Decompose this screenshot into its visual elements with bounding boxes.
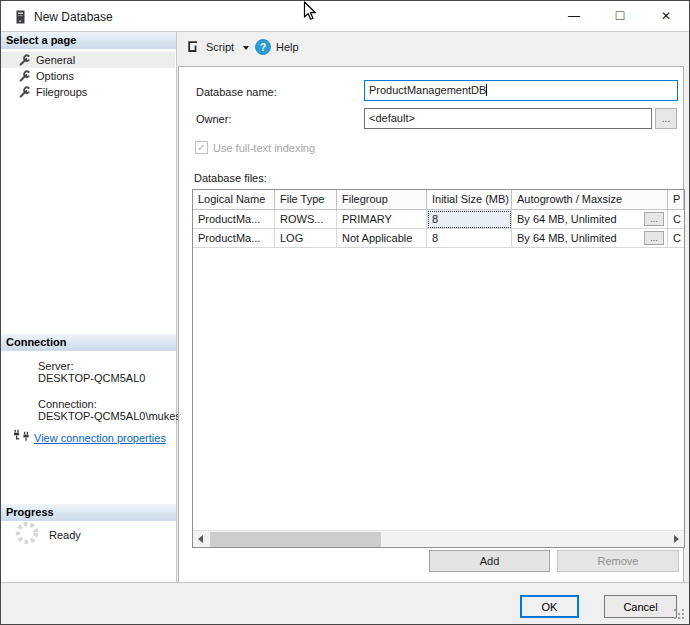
database-name-input[interactable]: ProductManagementDB xyxy=(364,80,678,101)
owner-browse-button[interactable]: ... xyxy=(655,108,677,129)
connection-plug-icon xyxy=(12,429,32,445)
owner-input[interactable]: <default> xyxy=(364,108,652,129)
wrench-icon xyxy=(18,54,30,66)
cell-initial-size-selected[interactable]: 8 xyxy=(427,210,512,229)
dialog-icon xyxy=(12,9,28,25)
scroll-left-icon[interactable] xyxy=(198,535,203,543)
window-title: New Database xyxy=(34,10,113,24)
owner-label: Owner: xyxy=(196,113,231,125)
database-name-label: Database name: xyxy=(196,86,277,98)
cell-path[interactable]: C xyxy=(668,210,684,229)
scrollbar-thumb[interactable] xyxy=(210,532,381,547)
column-header-logical-name: Logical Name xyxy=(193,190,275,210)
wrench-icon xyxy=(18,70,30,82)
database-files-label: Database files: xyxy=(194,172,267,184)
cell-file-type[interactable]: LOG xyxy=(275,229,337,248)
help-label: Help xyxy=(276,41,299,53)
close-button[interactable]: ✕ xyxy=(643,1,689,31)
general-page-panel: Database name: ProductManagementDB Owner… xyxy=(178,66,684,583)
column-header-filegroup: Filegroup xyxy=(337,190,427,210)
autogrowth-browse-button[interactable]: ... xyxy=(644,212,664,226)
ok-button[interactable]: OK xyxy=(520,595,579,618)
cell-filegroup[interactable]: PRIMARY xyxy=(337,210,427,229)
column-header-path: P xyxy=(668,190,684,210)
sidebar-item-label: General xyxy=(36,54,75,66)
cell-logical-name[interactable]: ProductMa... xyxy=(193,210,275,229)
minimize-button[interactable]: — xyxy=(551,1,597,31)
resize-grip[interactable] xyxy=(674,609,676,611)
progress-spinner-icon xyxy=(14,520,40,548)
server-value: DESKTOP-QCM5AL0 xyxy=(38,372,145,384)
footer-bar: OK Cancel xyxy=(1,582,689,624)
maximize-button[interactable]: □ xyxy=(597,1,643,31)
view-connection-properties-link[interactable]: View connection properties xyxy=(34,432,166,444)
help-icon: ? xyxy=(255,39,271,55)
progress-header: Progress xyxy=(1,504,176,521)
sidebar-item-general[interactable]: General xyxy=(1,52,175,68)
sidebar-item-label: Filegroups xyxy=(36,86,87,98)
connection-header: Connection xyxy=(1,334,176,351)
cell-path[interactable]: C xyxy=(668,229,684,248)
close-icon: ✕ xyxy=(661,9,671,23)
cell-autogrowth[interactable]: By 64 MB, Unlimited... xyxy=(512,229,668,248)
svg-text:?: ? xyxy=(260,42,266,53)
cell-autogrowth[interactable]: By 64 MB, Unlimited... xyxy=(512,210,668,229)
cell-initial-size[interactable]: 8 xyxy=(427,229,512,248)
script-button[interactable]: Script xyxy=(185,39,249,54)
minimize-icon: — xyxy=(568,9,580,23)
column-header-file-type: File Type xyxy=(275,190,337,210)
scroll-right-icon[interactable] xyxy=(674,535,679,543)
title-bar: New Database — □ ✕ xyxy=(1,1,689,32)
horizontal-scrollbar[interactable] xyxy=(193,530,684,547)
fulltext-checkbox: ✓ xyxy=(195,141,208,154)
select-a-page-header: Select a page xyxy=(1,32,176,49)
column-header-initial-size: Initial Size (MB) xyxy=(427,190,512,210)
add-button[interactable]: Add xyxy=(429,550,550,572)
chevron-down-icon xyxy=(243,46,249,50)
database-files-grid: Logical Name File Type Filegroup Initial… xyxy=(192,189,685,548)
table-row: ProductMa... LOG Not Applicable 8 By 64 … xyxy=(193,229,684,248)
sidebar-item-label: Options xyxy=(36,70,74,82)
cell-file-type[interactable]: ROWS... xyxy=(275,210,337,229)
text-caret xyxy=(486,84,487,96)
sidebar: Select a page General Options Filegroups… xyxy=(1,32,177,582)
script-icon xyxy=(185,39,200,54)
table-row: ProductMa... ROWS... PRIMARY 8 By 64 MB,… xyxy=(193,210,684,229)
script-label: Script xyxy=(206,41,234,53)
progress-status: Ready xyxy=(49,529,81,541)
cell-logical-name[interactable]: ProductMa... xyxy=(193,229,275,248)
remove-button: Remove xyxy=(557,550,679,572)
sidebar-item-options[interactable]: Options xyxy=(1,68,175,84)
maximize-icon: □ xyxy=(616,7,624,23)
connection-value: DESKTOP-QCM5AL0\mukesh xyxy=(38,410,187,422)
sidebar-item-filegroups[interactable]: Filegroups xyxy=(1,84,175,100)
help-button[interactable]: ? Help xyxy=(255,39,299,55)
column-header-autogrowth: Autogrowth / Maxsize xyxy=(512,190,668,210)
wrench-icon xyxy=(18,86,30,98)
connection-label: Connection: xyxy=(38,398,97,410)
check-icon: ✓ xyxy=(197,142,205,153)
new-database-dialog: New Database — □ ✕ Select a page General… xyxy=(0,0,690,625)
autogrowth-browse-button[interactable]: ... xyxy=(644,231,664,245)
cancel-button[interactable]: Cancel xyxy=(604,595,677,618)
grid-header-row: Logical Name File Type Filegroup Initial… xyxy=(193,190,684,210)
fulltext-label: Use full-text indexing xyxy=(213,142,315,154)
cell-filegroup[interactable]: Not Applicable xyxy=(337,229,427,248)
server-label: Server: xyxy=(38,360,73,372)
